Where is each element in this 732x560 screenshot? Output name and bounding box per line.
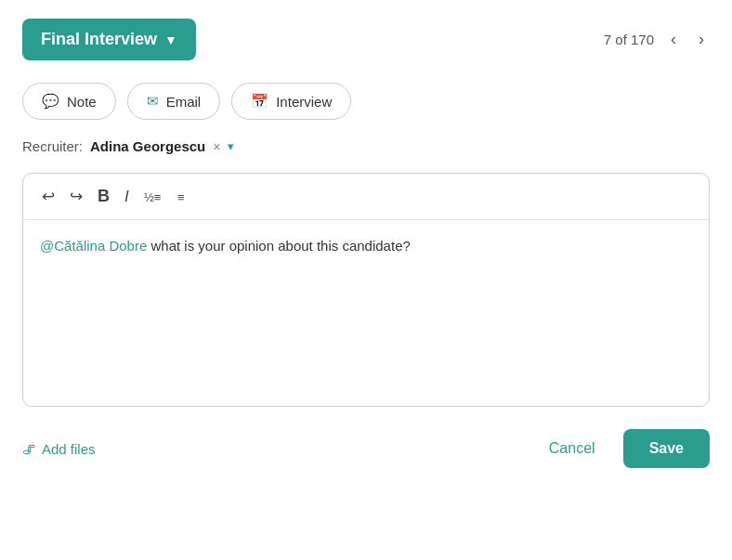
tab-email[interactable]: ✉ Email [127, 83, 221, 120]
tab-interview[interactable]: 📅 Interview [231, 83, 351, 120]
unordered-list-button[interactable]: ≡ [172, 185, 200, 209]
add-files-label: Add files [42, 441, 96, 457]
page-footer: 🖇 Add files Cancel Save [22, 429, 710, 468]
editor-toolbar: ↩ ↪ B I ½≡ ≡ [23, 174, 709, 220]
page-header: Final Interview ▼ 7 of 170 ‹ › [22, 19, 710, 60]
footer-actions: Cancel Save [536, 429, 710, 468]
next-button[interactable]: › [693, 26, 710, 53]
stage-label: Final Interview [41, 30, 157, 49]
mention-tag: @Cătălina Dobre [40, 238, 147, 254]
email-icon: ✉ [147, 93, 159, 110]
bold-button[interactable]: B [92, 183, 115, 210]
pagination: 7 of 170 ‹ › [604, 26, 710, 53]
note-icon: 💬 [42, 93, 59, 110]
recruiter-row: Recruiter: Adina Georgescu × ▾ [22, 138, 710, 154]
editor-text: what is your opinion about this candidat… [147, 238, 411, 254]
svg-text:½≡: ½≡ [144, 190, 161, 204]
tab-note-label: Note [67, 94, 97, 110]
chevron-down-icon: ▼ [164, 33, 177, 47]
ordered-list-button[interactable]: ½≡ [138, 185, 168, 209]
add-files-button[interactable]: 🖇 Add files [22, 441, 96, 457]
undo-button[interactable]: ↩ [36, 183, 60, 210]
recruiter-dropdown-icon[interactable]: ▾ [228, 139, 234, 153]
action-tabs: 💬 Note ✉ Email 📅 Interview [22, 83, 710, 120]
svg-text:≡: ≡ [177, 190, 185, 204]
stage-button[interactable]: Final Interview ▼ [22, 19, 196, 60]
tab-interview-label: Interview [276, 94, 332, 110]
recruiter-remove-button[interactable]: × [213, 139, 220, 154]
italic-button[interactable]: I [119, 184, 135, 210]
cancel-button[interactable]: Cancel [536, 431, 608, 466]
redo-button[interactable]: ↪ [64, 183, 88, 210]
paperclip-icon: 🖇 [22, 441, 36, 457]
note-editor: ↩ ↪ B I ½≡ ≡ @Cătălina Dobre what is you… [22, 173, 710, 407]
save-button[interactable]: Save [623, 429, 710, 468]
tab-email-label: Email [166, 94, 202, 110]
pagination-text: 7 of 170 [604, 32, 654, 47]
tab-note[interactable]: 💬 Note [22, 83, 116, 120]
prev-button[interactable]: ‹ [665, 26, 682, 53]
recruiter-name: Adina Georgescu [90, 138, 205, 154]
calendar-icon: 📅 [251, 93, 268, 110]
editor-content[interactable]: @Cătălina Dobre what is your opinion abo… [23, 220, 709, 406]
recruiter-label: Recruiter: [22, 138, 83, 154]
